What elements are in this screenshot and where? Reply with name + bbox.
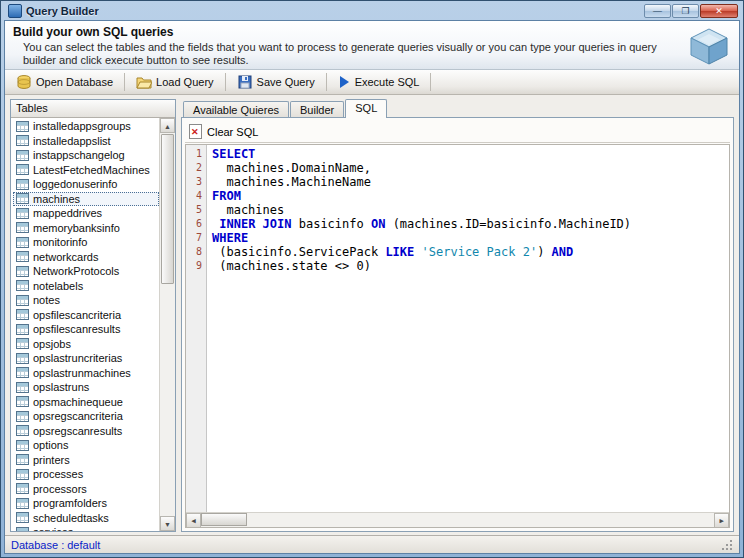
table-list-item[interactable]: memorybanksinfo [13, 221, 159, 236]
table-icon [16, 309, 29, 320]
clear-sql-button[interactable]: Clear SQL [185, 122, 267, 141]
code-text: INNER JOIN basicinfo ON (machines.ID=bas… [207, 217, 631, 231]
table-list-item[interactable]: mappeddrives [13, 206, 159, 221]
table-list-item[interactable]: notes [13, 293, 159, 308]
editor-line: 2 machines.DomainName, [186, 161, 729, 175]
table-list-item[interactable]: NetworkProtocols [13, 264, 159, 279]
scroll-up-arrow-icon[interactable]: ▲ [160, 118, 175, 133]
table-icon [16, 208, 29, 219]
table-list-item[interactable]: opslastrunmachines [13, 366, 159, 381]
table-icon [16, 121, 29, 132]
sql-editor-lines: 1SELECT2 machines.DomainName,3 machines.… [186, 147, 729, 273]
line-number: 8 [186, 245, 207, 259]
table-list-item[interactable]: opslastruncriterias [13, 351, 159, 366]
save-query-button[interactable]: Save Query [229, 72, 323, 92]
table-list-item[interactable]: scheduledtasks [13, 511, 159, 526]
scrollbar-thumb[interactable] [161, 134, 174, 284]
table-list-item[interactable]: installedappslist [13, 134, 159, 149]
table-icon [16, 469, 29, 480]
table-list-item[interactable]: opsregscanresults [13, 424, 159, 439]
table-list-item[interactable]: processes [13, 467, 159, 482]
scrollbar-thumb[interactable] [201, 513, 247, 526]
table-list-item[interactable]: programfolders [13, 496, 159, 511]
maximize-button[interactable]: ❐ [672, 4, 699, 18]
table-list-item[interactable]: loggedonuserinfo [13, 177, 159, 192]
table-list-item[interactable]: opsjobs [13, 337, 159, 352]
table-list-item[interactable]: opsfilescancriteria [13, 308, 159, 323]
table-list-item[interactable]: printers [13, 453, 159, 468]
scroll-left-arrow-icon[interactable]: ◀ [186, 513, 201, 528]
database-icon [16, 74, 32, 90]
tables-wrap: installedappsgroupsinstalledappslistinst… [11, 118, 175, 531]
table-icon [16, 382, 29, 393]
scroll-right-arrow-icon[interactable]: ▶ [714, 513, 729, 528]
table-icon [16, 193, 29, 204]
table-list-item[interactable]: opsmachinequeue [13, 395, 159, 410]
table-list-item[interactable]: machines [13, 192, 159, 207]
table-list-item[interactable]: installedappsgroups [13, 119, 159, 134]
tables-panel-header: Tables [11, 100, 175, 118]
table-name: options [33, 439, 68, 451]
table-list-item[interactable]: LatestFetchedMachines [13, 163, 159, 178]
table-name: instappschangelog [33, 149, 125, 161]
save-query-label: Save Query [257, 76, 315, 88]
code-text: machines [207, 203, 284, 217]
execute-sql-button[interactable]: Execute SQL [330, 72, 428, 92]
table-name: monitorinfo [33, 236, 87, 248]
table-icon [16, 251, 29, 262]
table-icon [16, 512, 29, 523]
table-name: memorybanksinfo [33, 222, 120, 234]
table-list-item[interactable]: opslastruns [13, 380, 159, 395]
main-toolbar: Open Database Load Query Save Query [5, 70, 739, 95]
table-list-item[interactable]: opsfilescanresults [13, 322, 159, 337]
editor-horizontal-scrollbar[interactable]: ◀ ▶ [186, 512, 729, 527]
page-description: You can select the tables and the fields… [13, 41, 677, 67]
table-icon [16, 367, 29, 378]
titlebar: Query Builder — ❐ ✕ [4, 1, 740, 20]
table-name: mappeddrives [33, 207, 102, 219]
scroll-down-arrow-icon[interactable]: ▼ [160, 516, 175, 531]
tab-available-queries[interactable]: Available Quieres [183, 101, 289, 118]
tab-sql[interactable]: SQL [345, 99, 387, 118]
table-list-item[interactable]: processors [13, 482, 159, 497]
open-database-button[interactable]: Open Database [8, 72, 121, 92]
tables-vertical-scrollbar[interactable]: ▲ ▼ [159, 118, 175, 531]
toolbar-separator [326, 73, 327, 91]
query-area: Available Quieres Builder SQL Clear SQL … [181, 99, 734, 532]
sql-editor-toolbar: Clear SQL [185, 121, 730, 143]
close-button[interactable]: ✕ [700, 4, 738, 18]
line-number: 5 [186, 203, 207, 217]
cube-icon [687, 26, 731, 66]
table-list-item[interactable]: notelabels [13, 279, 159, 294]
table-list-item[interactable]: instappschangelog [13, 148, 159, 163]
table-icon [16, 164, 29, 175]
table-list-item[interactable]: networkcards [13, 250, 159, 265]
window-title: Query Builder [26, 5, 644, 17]
editor-line: 5 machines [186, 203, 729, 217]
folder-open-icon [136, 74, 152, 90]
table-name: processes [33, 468, 83, 480]
page-title: Build your own SQL queries [13, 25, 677, 39]
table-list-item[interactable]: services [13, 525, 159, 531]
table-list-item[interactable]: opsregscancriteria [13, 409, 159, 424]
line-number: 1 [186, 147, 207, 161]
editor-line: 6 INNER JOIN basicinfo ON (machines.ID=b… [186, 217, 729, 231]
table-name: opsfilescanresults [33, 323, 120, 335]
table-name: installedappslist [33, 135, 111, 147]
editor-line: 9 (machines.state <> 0) [186, 259, 729, 273]
resize-grip-icon[interactable] [721, 539, 733, 551]
sql-editor[interactable]: 1SELECT2 machines.DomainName,3 machines.… [185, 144, 730, 528]
tables-list: installedappsgroupsinstalledappslistinst… [11, 118, 159, 531]
header-text: Build your own SQL queries You can selec… [13, 25, 687, 67]
load-query-button[interactable]: Load Query [128, 72, 221, 92]
table-icon [16, 411, 29, 422]
table-list-item[interactable]: options [13, 438, 159, 453]
code-text: machines.MachineName [207, 175, 371, 189]
tab-builder[interactable]: Builder [290, 101, 344, 118]
table-list-item[interactable]: monitorinfo [13, 235, 159, 250]
line-number: 7 [186, 231, 207, 245]
table-icon [16, 527, 29, 531]
code-text: machines.DomainName, [207, 161, 371, 175]
play-icon [340, 76, 349, 88]
minimize-button[interactable]: — [644, 4, 671, 18]
